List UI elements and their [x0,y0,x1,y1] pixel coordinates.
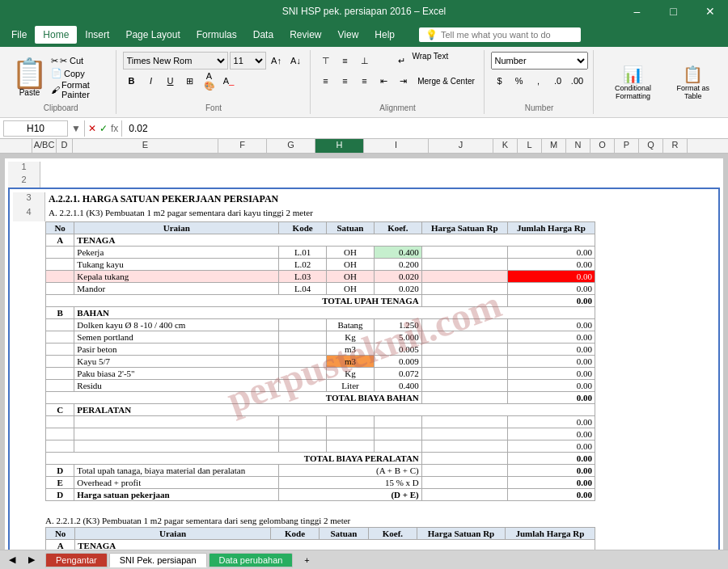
align-center-button[interactable]: ≡ [336,72,354,90]
cell-kode-residu[interactable] [279,380,327,392]
cell-koef-c3[interactable] [374,440,421,453]
cell-empty[interactable] [46,271,74,283]
cell-total-bahan-value[interactable]: 0.00 [507,392,595,404]
window-controls[interactable]: – □ ✕ [619,0,728,23]
add-sheet-button[interactable]: + [298,551,315,569]
summary-harga-label[interactable]: D [46,489,74,501]
cell-kode-l04[interactable]: L.04 [279,283,327,295]
scroll-tabs-left[interactable]: ◀ [3,551,21,569]
col-header-d[interactable]: D [57,139,73,153]
insert-function-icon[interactable]: fx [111,123,118,134]
copy-button[interactable]: 📄Copy [51,68,111,78]
conditional-formatting-button[interactable]: 📊 Conditional Formatting [600,65,667,100]
paste-button[interactable]: 📋 Paste [11,59,48,97]
cell-kayu[interactable]: Kayu 5/7 [74,356,279,368]
cell-kode-kayu[interactable] [279,356,327,368]
align-left-button[interactable]: ≡ [317,72,335,90]
cell-kode-c1[interactable] [279,416,327,428]
col-header-k[interactable]: K [493,139,518,153]
merge-center-button[interactable]: Merge & Center [414,72,479,90]
col-header-r[interactable]: R [663,139,688,153]
col-header-p[interactable]: P [615,139,639,153]
cell-koef-tukang[interactable]: 0.200 [374,259,421,271]
increase-decimal-button[interactable]: .00 [569,72,586,90]
section-c-label[interactable]: C [46,404,74,416]
font-increase-button[interactable]: A↑ [268,52,286,70]
cell-paku[interactable]: Paku biasa 2'-5" [74,368,279,380]
cell-dolken[interactable]: Dolken kayu Ø 8 -10 / 400 cm [74,319,279,331]
col-header-abc[interactable]: A/BC [32,139,57,153]
cell-jh-kayu[interactable]: 0.00 [507,356,595,368]
col-header-m[interactable]: M [542,139,566,153]
summary-d-hs[interactable] [421,465,507,477]
cell-kode-pasir[interactable] [279,344,327,356]
cell-kode-l01[interactable]: L.01 [279,247,327,259]
menu-review[interactable]: Review [281,26,329,44]
cell-hs-c1[interactable] [421,416,507,428]
percent-button[interactable]: % [510,72,528,90]
cell-sat-oh3[interactable]: OH [327,271,375,283]
font-decrease-button[interactable]: A↓ [287,52,305,70]
cell-empty[interactable] [46,428,74,440]
menu-insert[interactable]: Insert [77,26,117,44]
summary-harga-hs[interactable] [421,489,507,501]
cell-empty[interactable] [46,319,74,331]
cell-total-peralatan-value[interactable]: 0.00 [507,453,595,465]
summary-e-value[interactable]: 0.00 [507,477,595,489]
menu-data[interactable]: Data [245,26,281,44]
cell-empty[interactable] [46,344,74,356]
number-format-select[interactable]: Number [491,52,588,70]
search-input[interactable] [441,30,570,40]
cell-total-bahan-hs[interactable] [421,392,507,404]
cell-sat-kg1[interactable]: Kg [327,331,375,344]
cell-koef-paku[interactable]: 0.072 [374,368,421,380]
col-header-q[interactable]: Q [639,139,663,153]
cell-empty[interactable] [46,368,74,380]
comma-button[interactable]: , [530,72,548,90]
cell-kepala[interactable]: Kepala tukang [74,271,279,283]
cell-hs-residu[interactable] [421,380,507,392]
cell-empty[interactable] [46,416,74,428]
col-header-f[interactable]: F [218,139,267,153]
cell-hs-tukang[interactable] [421,259,507,271]
italic-button[interactable]: I [142,72,160,90]
cell-total-peralatan-hs[interactable] [421,453,507,465]
format-painter-button[interactable]: 🖌Format Painter [51,80,111,99]
align-bottom-button[interactable]: ⊥ [356,52,374,70]
cell-kode-c2[interactable] [279,428,327,440]
cell-semen[interactable]: Semen portland [74,331,279,344]
section-b-label[interactable]: B [46,307,74,319]
cell-empty[interactable] [46,331,74,344]
cell-1-empty[interactable] [40,162,720,175]
row-num-1[interactable]: 1 [8,162,40,175]
fill-color-button[interactable]: A🎨 [201,72,218,90]
cell-kode-semen[interactable] [279,331,327,344]
cell-empty[interactable] [46,356,74,368]
cell-hs-pekerja[interactable] [421,247,507,259]
cell-koef-pekerja[interactable]: 0.400 [374,247,421,259]
increase-indent-button[interactable]: ⇥ [395,72,413,90]
cell-mandor[interactable]: Mandor [74,283,279,295]
cell-empty[interactable] [46,380,74,392]
currency-button[interactable]: $ [491,72,509,90]
cell-hs-dolken[interactable] [421,319,507,331]
cell-kode-paku[interactable] [279,368,327,380]
cell-kode-l02[interactable]: L.02 [279,259,327,271]
cell-empty[interactable] [46,259,74,271]
cell-kode-c3[interactable] [279,440,327,453]
close-button[interactable]: ✕ [692,0,728,23]
cell-koef-c1[interactable] [374,416,421,428]
bold-button[interactable]: B [123,72,141,90]
cell-koef-mandor[interactable]: 0.020 [374,283,421,295]
cell-jh-paku[interactable]: 0.00 [507,368,595,380]
cell-jh-kepala[interactable]: 0.00 [507,271,595,283]
align-right-button[interactable]: ≡ [356,72,374,90]
col-header-e[interactable]: E [73,139,218,153]
cell-jh-dolken[interactable]: 0.00 [507,319,595,331]
cell-koef-dolken[interactable]: 1.250 [374,319,421,331]
cell-hs-paku[interactable] [421,368,507,380]
font-name-select[interactable]: Times New Rom [123,52,228,70]
cell-hs-kayu[interactable] [421,356,507,368]
cell-koef-c2[interactable] [374,428,421,440]
border-button[interactable]: ⊞ [181,72,199,90]
